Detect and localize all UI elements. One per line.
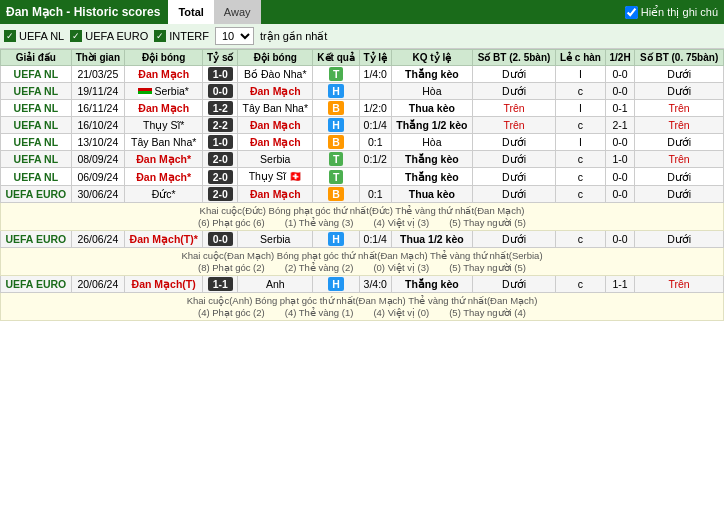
cell-le: c xyxy=(555,151,605,168)
cell-away: Đan Mạch xyxy=(238,186,313,203)
note-row: Khai cuộc(Đức) Bóng phạt góc thứ nhất(Đứ… xyxy=(1,203,724,231)
cell-date: 16/11/24 xyxy=(71,100,124,117)
header: Đan Mạch - Historic scores Total Away Hi… xyxy=(0,0,724,24)
cell-kq: Hòa xyxy=(391,83,472,100)
cell-sbt2: Trên xyxy=(635,151,724,168)
cell-score: 1-2 xyxy=(203,100,238,117)
filter-uefa-euro: ✓ UEFA EURO xyxy=(70,30,148,42)
table-row: UEFA EURO 20/06/24 Đan Mạch(T) 1-1 Anh H… xyxy=(1,276,724,293)
cell-sbt: Dưới xyxy=(473,151,556,168)
cell-kq: Thắng kèo xyxy=(391,168,472,186)
cell-kq: Thua kèo xyxy=(391,100,472,117)
cell-half: 0-1 xyxy=(605,100,634,117)
cell-le: c xyxy=(555,186,605,203)
cell-sbt2: Dưới xyxy=(635,168,724,186)
cell-result: H xyxy=(313,231,359,248)
table-row: UEFA NL 13/10/24 Tây Ban Nha* 1-0 Đan Mạ… xyxy=(1,134,724,151)
cell-half: 0-0 xyxy=(605,168,634,186)
cell-sbt2: Dưới xyxy=(635,66,724,83)
count-select[interactable]: 10 20 30 xyxy=(215,27,254,45)
cell-sbt: Dưới xyxy=(473,134,556,151)
cell-league: UEFA NL xyxy=(1,151,72,168)
cell-home: Serbia* xyxy=(125,83,203,100)
cell-score: 2-0 xyxy=(203,168,238,186)
col-league: Giải đấu xyxy=(1,50,72,66)
cell-sbt2: Trên xyxy=(635,100,724,117)
cell-league: UEFA EURO xyxy=(1,231,72,248)
cell-result: H xyxy=(313,83,359,100)
show-note-checkbox[interactable] xyxy=(625,6,638,19)
cell-kq: Thắng kèo xyxy=(391,151,472,168)
check-icon-nl: ✓ xyxy=(4,30,16,42)
table-row: UEFA NL 06/09/24 Đan Mạch* 2-0 Thụy Sĩ 🇨… xyxy=(1,168,724,186)
cell-result: B xyxy=(313,134,359,151)
cell-date: 16/10/24 xyxy=(71,117,124,134)
cell-le: I xyxy=(555,134,605,151)
cell-home: Tây Ban Nha* xyxy=(125,134,203,151)
cell-ratio: 3/4:0 xyxy=(359,276,391,293)
cell-le: c xyxy=(555,83,605,100)
cell-date: 08/09/24 xyxy=(71,151,124,168)
cell-ratio: 0:1/2 xyxy=(359,151,391,168)
cell-ratio: 0:1 xyxy=(359,186,391,203)
col-sbt: Số BT (2. 5bàn) xyxy=(473,50,556,66)
note-cell: Khai cuộc(Đức) Bóng phạt góc thứ nhất(Đứ… xyxy=(1,203,724,231)
cell-home: Đan Mạch(T) xyxy=(125,276,203,293)
show-note-label[interactable]: Hiển thị ghi chú xyxy=(625,6,718,19)
table-header: Giải đấu Thời gian Đội bóng Tỷ số Đội bó… xyxy=(1,50,724,66)
cell-sbt: Dưới xyxy=(473,276,556,293)
cell-kq: Thắng kèo xyxy=(391,66,472,83)
col-half: 1/2H xyxy=(605,50,634,66)
cell-half: 0-0 xyxy=(605,83,634,100)
cell-half: 1-0 xyxy=(605,151,634,168)
tab-total[interactable]: Total xyxy=(168,0,213,24)
cell-home: Đan Mạch xyxy=(125,66,203,83)
cell-league: UEFA NL xyxy=(1,134,72,151)
cell-result: H xyxy=(313,117,359,134)
cell-kq: Thắng 1/2 kèo xyxy=(391,117,472,134)
cell-date: 20/06/24 xyxy=(71,276,124,293)
cell-league: UEFA EURO xyxy=(1,276,72,293)
cell-date: 06/09/24 xyxy=(71,168,124,186)
filter-interf: ✓ INTERF xyxy=(154,30,209,42)
cell-away: Serbia xyxy=(238,231,313,248)
note-cell: Khai cuộc(Đan Mạch) Bóng phạt góc thứ nh… xyxy=(1,248,724,276)
cell-kq: Thua kèo xyxy=(391,186,472,203)
cell-home: Đan Mạch* xyxy=(125,168,203,186)
col-kq: KQ tỷ lệ xyxy=(391,50,472,66)
cell-sbt: Trên xyxy=(473,100,556,117)
tab-away[interactable]: Away xyxy=(214,0,261,24)
cell-away: Anh xyxy=(238,276,313,293)
cell-ratio: 1/4:0 xyxy=(359,66,391,83)
cell-half: 1-1 xyxy=(605,276,634,293)
cell-sbt2: Trên xyxy=(635,276,724,293)
cell-home: Đan Mạch xyxy=(125,100,203,117)
table-row: UEFA NL 19/11/24 Serbia* 0-0 Đan Mạch H … xyxy=(1,83,724,100)
cell-home: Đức* xyxy=(125,186,203,203)
cell-sbt: Dưới xyxy=(473,66,556,83)
cell-home: Đan Mạch(T)* xyxy=(125,231,203,248)
cell-sbt2: Dưới xyxy=(635,83,724,100)
cell-away: Serbia xyxy=(238,151,313,168)
scores-table: Giải đấu Thời gian Đội bóng Tỷ số Đội bó… xyxy=(0,49,724,321)
cell-away: Đan Mạch xyxy=(238,134,313,151)
table-row: UEFA EURO 30/06/24 Đức* 2-0 Đan Mạch B 0… xyxy=(1,186,724,203)
cell-result: T xyxy=(313,168,359,186)
cell-score: 2-0 xyxy=(203,186,238,203)
col-home: Đội bóng xyxy=(125,50,203,66)
cell-away: Đan Mạch xyxy=(238,83,313,100)
cell-league: UEFA NL xyxy=(1,117,72,134)
col-ratio: Tỷ lệ xyxy=(359,50,391,66)
header-right: Hiển thị ghi chú xyxy=(625,6,718,19)
cell-half: 0-0 xyxy=(605,66,634,83)
cell-date: 30/06/24 xyxy=(71,186,124,203)
cell-half: 0-0 xyxy=(605,231,634,248)
check-icon-euro: ✓ xyxy=(70,30,82,42)
cell-league: UEFA NL xyxy=(1,83,72,100)
table-row: UEFA NL 16/10/24 Thụy Sĩ* 2-2 Đan Mạch H… xyxy=(1,117,724,134)
cell-le: c xyxy=(555,276,605,293)
cell-le: I xyxy=(555,100,605,117)
cell-ratio: 0:1/4 xyxy=(359,231,391,248)
cell-result: H xyxy=(313,276,359,293)
cell-kq: Hòa xyxy=(391,134,472,151)
